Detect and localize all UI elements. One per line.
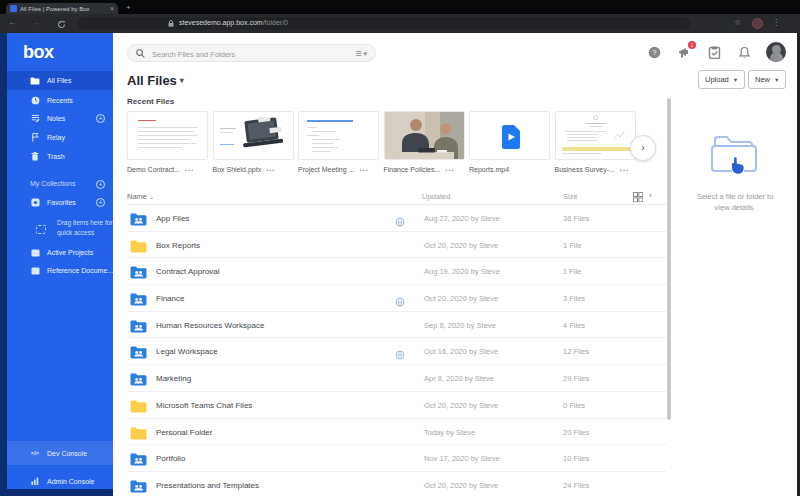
help-icon[interactable]: ?: [648, 46, 661, 59]
notification-badge: 1: [688, 41, 696, 49]
bookmark-star-icon[interactable]: ☆: [734, 18, 741, 27]
table-row[interactable]: Marketing Apr 8, 2020 by Steve 29 Files: [127, 365, 666, 392]
shared-link-icon: [395, 213, 405, 231]
card-menu-icon[interactable]: •••: [620, 167, 629, 173]
sidebar-item-all-files[interactable]: All Files: [7, 71, 113, 90]
add-collection-icon[interactable]: +: [96, 180, 105, 189]
my-collections-header: My Collections: [30, 180, 76, 187]
browser-tab[interactable]: All Files | Powered by Box ×: [6, 3, 118, 14]
file-thumbnail[interactable]: [469, 111, 550, 160]
table-header: Name ⌄ Updated Size ›: [127, 190, 666, 205]
add-note-icon[interactable]: +: [96, 114, 105, 123]
column-size[interactable]: Size: [563, 192, 578, 201]
bell-icon[interactable]: [738, 46, 751, 59]
column-updated[interactable]: Updated: [422, 192, 450, 201]
trash-icon: [30, 152, 40, 162]
column-name[interactable]: Name ⌄: [127, 192, 154, 201]
table-row[interactable]: Box Reports Oct 20, 2020 by Steve 1 File: [127, 232, 666, 259]
recent-file-name[interactable]: Finance Policies...: [384, 166, 441, 173]
file-name[interactable]: App Files: [156, 214, 189, 223]
sidebar-item-notes[interactable]: Notes +: [7, 109, 113, 128]
recent-file-card[interactable]: Finance Policies...•••: [384, 111, 465, 173]
refresh-icon[interactable]: [57, 20, 66, 29]
browser-window: All Files | Powered by Box × + ← → steve…: [0, 0, 800, 496]
file-size: 1 File: [563, 267, 581, 276]
file-thumbnail[interactable]: [127, 111, 208, 160]
upload-button[interactable]: Upload▼: [698, 70, 745, 89]
new-button[interactable]: New▼: [748, 70, 786, 89]
recent-file-name[interactable]: Business Survey-...: [555, 166, 615, 173]
favorites-expand-icon[interactable]: +: [96, 198, 105, 207]
table-row[interactable]: Personal Folder Today by Steve 20 Files: [127, 419, 666, 446]
tasks-icon[interactable]: [708, 46, 721, 59]
file-name[interactable]: Legal Workspace: [156, 347, 218, 356]
box-logo: box: [23, 42, 54, 63]
file-thumbnail[interactable]: [213, 111, 294, 160]
folder-icon: [130, 319, 147, 337]
box-favicon: [10, 5, 17, 12]
card-menu-icon[interactable]: •••: [359, 167, 368, 173]
table-row[interactable]: Contract Approval Aug 19, 2020 by Steve …: [127, 258, 666, 285]
card-menu-icon[interactable]: •••: [266, 167, 275, 173]
sidebar-item-trash[interactable]: Trash: [7, 147, 113, 166]
table-row[interactable]: Finance Oct 20, 2020 by Steve 3 Files: [127, 285, 666, 312]
table-row[interactable]: App Files Aug 27, 2020 by Steve 36 Files: [127, 205, 666, 232]
table-row[interactable]: Legal Workspace Oct 16, 2020 by Steve 12…: [127, 338, 666, 365]
folder-icon: [130, 426, 147, 444]
card-menu-icon[interactable]: •••: [185, 167, 194, 173]
sidebar-item-favorites[interactable]: Favorites +: [7, 193, 113, 212]
table-row[interactable]: Microsoft Teams Chat Files Oct 20, 2020 …: [127, 392, 666, 419]
sidebar-item-active-projects[interactable]: Active Projects: [7, 243, 113, 262]
tab-close-icon[interactable]: ×: [110, 5, 114, 12]
table-row[interactable]: Portfolio Nov 17, 2020 by Steve 10 Files: [127, 445, 666, 472]
file-name[interactable]: Contract Approval: [156, 267, 220, 276]
file-updated: Aug 27, 2020 by Steve: [424, 214, 500, 223]
file-name[interactable]: Personal Folder: [156, 428, 212, 437]
favorites-icon: [30, 198, 40, 208]
back-icon[interactable]: ←: [8, 18, 16, 27]
chrome-profile-icon[interactable]: [752, 18, 763, 29]
file-name[interactable]: Presentations and Templates: [156, 481, 259, 490]
recent-file-name[interactable]: Box Shield.pptx: [213, 166, 262, 173]
grid-view-icon[interactable]: [633, 192, 643, 202]
url-text[interactable]: stevesedemo.app.box.com/folder/0: [179, 19, 288, 26]
file-name[interactable]: Marketing: [156, 374, 191, 383]
file-name[interactable]: Finance: [156, 294, 184, 303]
sidebar-item-reference-documents[interactable]: Reference Docume...: [7, 261, 113, 280]
table-row[interactable]: Presentations and Templates Oct 20, 2020…: [127, 472, 666, 496]
recent-file-name[interactable]: Reports.mp4: [469, 166, 509, 173]
sidebar-item-relay[interactable]: Relay: [7, 128, 113, 147]
sidebar-item-recents[interactable]: Recents: [7, 91, 113, 110]
file-thumbnail[interactable]: [555, 111, 636, 160]
file-name[interactable]: Box Reports: [156, 241, 200, 250]
table-options-chevron-icon[interactable]: ›: [649, 191, 652, 200]
file-updated: Today by Steve: [424, 428, 475, 437]
recent-file-name[interactable]: Project Meeting ...: [298, 166, 354, 173]
file-thumbnail[interactable]: [298, 111, 379, 160]
search-filter-icon[interactable]: ☰ ▾: [355, 50, 367, 58]
chrome-menu-icon[interactable]: ⋮: [772, 18, 780, 27]
card-menu-icon[interactable]: •••: [445, 167, 454, 173]
user-avatar[interactable]: [766, 42, 786, 62]
table-row[interactable]: Human Resources Workspace Sep 8, 2020 by…: [127, 312, 666, 339]
sidebar-item-dev-console[interactable]: </> Dev Console: [7, 441, 113, 465]
file-name[interactable]: Human Resources Workspace: [156, 321, 264, 330]
file-updated: Oct 20, 2020 by Steve: [424, 241, 498, 250]
recent-file-card[interactable]: Box Shield.pptx•••: [213, 111, 294, 173]
page-title[interactable]: All Files▾: [127, 73, 184, 88]
recent-file-card[interactable]: Business Survey-...•••: [555, 111, 636, 173]
file-updated: Oct 20, 2020 by Steve: [424, 481, 498, 490]
list-scrollbar[interactable]: [667, 98, 671, 420]
recent-file-card[interactable]: Project Meeting ...•••: [298, 111, 379, 173]
recent-file-card[interactable]: Demo Contract...•••: [127, 111, 208, 173]
forward-icon[interactable]: →: [32, 18, 40, 27]
file-name[interactable]: Microsoft Teams Chat Files: [156, 401, 252, 410]
recent-scroll-next-button[interactable]: ›: [630, 135, 656, 161]
file-size: 3 Files: [563, 294, 585, 303]
file-thumbnail[interactable]: [384, 111, 465, 160]
file-name[interactable]: Portfolio: [156, 454, 185, 463]
search-input[interactable]: Search Files and Folders ☰ ▾: [127, 44, 376, 62]
recent-file-name[interactable]: Demo Contract...: [127, 166, 180, 173]
recent-file-card[interactable]: Reports.mp4: [469, 111, 550, 173]
new-tab-button[interactable]: +: [126, 3, 131, 12]
